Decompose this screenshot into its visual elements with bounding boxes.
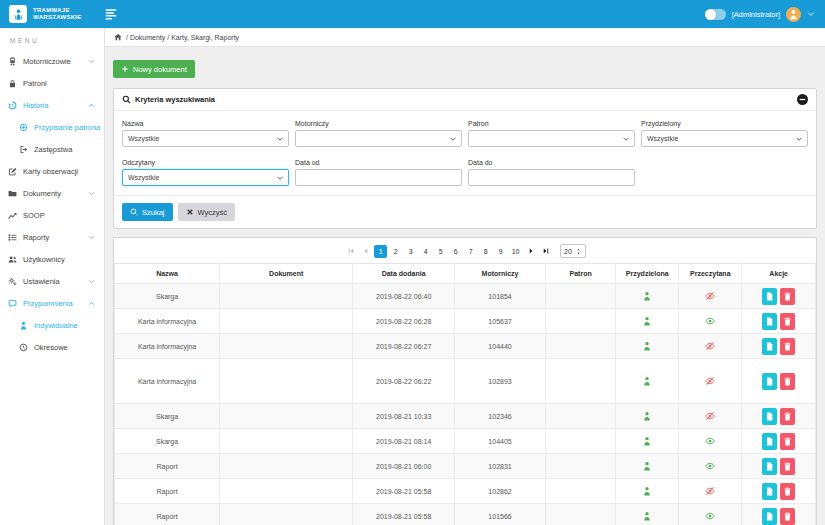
sidebar-item-indywidualne[interactable]: Indywidualne [0, 314, 104, 336]
admin-mode-toggle[interactable] [705, 9, 726, 20]
delete-document-button[interactable] [780, 483, 795, 500]
next-page-button[interactable] [524, 245, 537, 258]
minus-icon [798, 95, 807, 104]
page-button-2[interactable]: 2 [389, 245, 402, 258]
open-document-button[interactable] [762, 433, 777, 450]
cell-przeczytana [679, 284, 742, 309]
delete-document-button[interactable] [780, 288, 795, 305]
field-label: Przydzielony [641, 120, 808, 127]
file-icon [765, 317, 774, 326]
delete-document-button[interactable] [780, 408, 795, 425]
cell-przydzielona [616, 479, 679, 504]
page-button-9[interactable]: 9 [494, 245, 507, 258]
column-header-dokument: Dokument [220, 264, 353, 284]
sidebar-item-historia[interactable]: Historia [0, 94, 104, 116]
cell-motorniczy: 102862 [454, 479, 545, 504]
sidebar-item-motorniczowie[interactable]: Motorniczowie [0, 50, 104, 72]
collapse-panel-button[interactable] [797, 94, 808, 105]
open-document-button[interactable] [762, 508, 777, 525]
page-size-select[interactable]: 20 [560, 244, 586, 258]
select-motorniczy[interactable] [295, 130, 462, 147]
page-button-1[interactable]: 1 [374, 245, 387, 258]
users-icon [7, 255, 18, 264]
page-button-8[interactable]: 8 [479, 245, 492, 258]
open-document-button[interactable] [762, 288, 777, 305]
sidebar-item-ustawienia[interactable]: Ustawienia [0, 270, 104, 292]
cell-data-dodania: 2019-08-22 06:22 [353, 359, 455, 404]
open-document-button[interactable] [762, 373, 777, 390]
sidebar-item-przypomnienia[interactable]: Przypomnienia [0, 292, 104, 314]
delete-document-button[interactable] [780, 313, 795, 330]
previous-page-button[interactable] [359, 245, 372, 258]
sidebar-item-soop[interactable]: SOOP [0, 204, 104, 226]
assigned-person-icon [642, 316, 652, 326]
sidebar-item-karty-obserwacji[interactable]: Karty obserwacji [0, 160, 104, 182]
open-document-button[interactable] [762, 313, 777, 330]
open-document-button[interactable] [762, 408, 777, 425]
trash-icon [783, 512, 792, 521]
main-area: / Dokumenty / Karty, Skargi, Raporty Now… [105, 28, 825, 525]
sidebar-item-przypisanie-patrona[interactable]: Przypisanie patrona [0, 116, 104, 138]
sidebar-item-dokumenty[interactable]: Dokumenty [0, 182, 104, 204]
sidebar-item-patroni[interactable]: Patroni [0, 72, 104, 94]
column-header-akcje: Akcje [742, 264, 816, 284]
comment-icon [7, 299, 18, 308]
new-document-button[interactable]: Nowy dokument [113, 60, 195, 78]
toggle-knob [705, 9, 716, 20]
delete-document-button[interactable] [780, 433, 795, 450]
page-button-7[interactable]: 7 [464, 245, 477, 258]
open-document-button[interactable] [762, 338, 777, 355]
file-icon [765, 437, 774, 446]
eye-icon [705, 436, 715, 446]
sidebar-item-label: Przypisanie patrona [34, 123, 100, 132]
delete-document-button[interactable] [780, 458, 795, 475]
sidebar-item-raporty[interactable]: Raporty [0, 226, 104, 248]
user-menu-chevron-down-icon[interactable] [807, 10, 815, 18]
clear-button[interactable]: Wyczyść [178, 203, 236, 221]
delete-document-button[interactable] [780, 338, 795, 355]
cell-nazwa: Raport [115, 504, 220, 525]
avatar[interactable] [786, 7, 801, 22]
select-nazwa[interactable]: Wszystkie [122, 130, 289, 147]
cell-akcje [742, 309, 816, 334]
brand-logo[interactable] [9, 5, 27, 23]
sidebar-toggle-icon[interactable] [104, 7, 118, 21]
page-button-5[interactable]: 5 [434, 245, 447, 258]
first-page-button[interactable] [344, 245, 357, 258]
input-data-do[interactable] [468, 169, 635, 186]
select-odczytany[interactable]: Wszystkie [122, 169, 289, 186]
cell-przeczytana [679, 504, 742, 525]
table-row: Raport2019-08-21 05:58101566 [115, 504, 816, 525]
sidebar-item-okresowe[interactable]: Okresowe [0, 336, 104, 358]
folder-icon [7, 189, 18, 198]
select-przydzielony[interactable]: Wszystkie [641, 130, 808, 147]
cell-dokument [220, 309, 353, 334]
page-button-3[interactable]: 3 [404, 245, 417, 258]
open-document-button[interactable] [762, 483, 777, 500]
chevron-up-icon [86, 102, 97, 109]
cell-nazwa: Raport [115, 479, 220, 504]
eye-slash-icon [705, 341, 715, 351]
cell-data-dodania: 2019-08-21 08:14 [353, 429, 455, 454]
page-button-6[interactable]: 6 [449, 245, 462, 258]
sidebar-item-label: Ustawienia [23, 277, 60, 286]
cell-przeczytana [679, 309, 742, 334]
cell-przydzielona [616, 504, 679, 525]
cell-motorniczy: 101566 [454, 504, 545, 525]
delete-document-button[interactable] [780, 508, 795, 525]
delete-document-button[interactable] [780, 373, 795, 390]
cell-przeczytana [679, 479, 742, 504]
page-button-10[interactable]: 10 [509, 245, 522, 258]
search-button[interactable]: Szukaj [122, 203, 173, 221]
syrenka-logo-icon [12, 8, 25, 21]
input-data-od[interactable] [295, 169, 462, 186]
sidebar-item-zastępstwa[interactable]: Zastępstwa [0, 138, 104, 160]
sidebar-item-użytkownicy[interactable]: Użytkownicy [0, 248, 104, 270]
open-document-button[interactable] [762, 458, 777, 475]
last-page-button[interactable] [539, 245, 552, 258]
page-button-4[interactable]: 4 [419, 245, 432, 258]
select-patron[interactable] [468, 130, 635, 147]
trash-icon [783, 437, 792, 446]
home-icon[interactable] [114, 33, 122, 41]
search-criteria-panel: Kryteria wyszukiwania NazwaWszystkieMoto… [113, 88, 817, 229]
